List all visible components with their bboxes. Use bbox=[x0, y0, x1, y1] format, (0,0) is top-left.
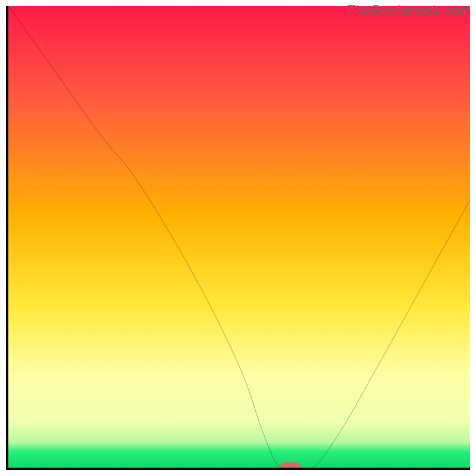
optimal-marker bbox=[280, 462, 300, 470]
bottleneck-curve bbox=[8, 6, 470, 468]
plot-area bbox=[6, 6, 470, 470]
chart-container: TheBottleneck.com bbox=[0, 0, 476, 476]
watermark-text: TheBottleneck.com bbox=[347, 2, 471, 19]
